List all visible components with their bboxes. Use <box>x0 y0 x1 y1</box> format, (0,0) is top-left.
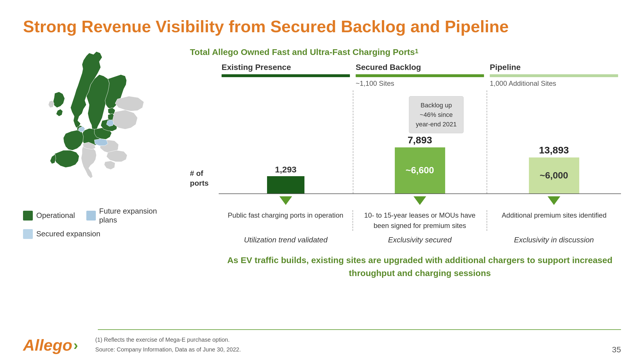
callout-box: Backlog up ~46% since year-end 2021 <box>409 96 464 133</box>
bar-col-3: 13,893 ~6,000 <box>487 90 621 193</box>
bars-row: 1,293 7,893 ~6,600 Backlog up ~46% since… <box>219 90 621 194</box>
desc-col-1: Public fast charging ports in operation <box>219 210 353 231</box>
header-col-1: Existing Presence <box>219 63 353 88</box>
desc-text-2: 10- to 15-year leases or MOUs have been … <box>364 211 476 229</box>
italic-col-3: Exclusivity in discussion <box>487 235 621 244</box>
italic-col-2: Exclusivity secured <box>353 235 487 244</box>
arrow-1-container <box>219 196 353 205</box>
bar2-rect: ~6,600 <box>395 147 445 193</box>
legend-item-operational: Operational <box>23 211 75 221</box>
chart-title-sup: 1 <box>415 47 418 54</box>
logo-arrow: › <box>73 337 78 353</box>
chart-title-container: Total Allego Owned Fast and Ultra-Fast C… <box>190 47 621 57</box>
arrows-row <box>219 196 621 205</box>
col1-bar <box>222 74 350 77</box>
desc-col-3: Additional premium sites identified <box>487 210 621 231</box>
col1-label: Existing Presence <box>222 63 350 72</box>
bar3-value: 13,893 <box>539 145 569 156</box>
legend-secured-label: Secured expansion <box>36 229 100 238</box>
page-title: Strong Revenue Visibility from Secured B… <box>23 17 621 36</box>
ports-label-line2: ports <box>190 179 209 187</box>
italic-text-3: Exclusivity in discussion <box>514 235 594 244</box>
europe-map <box>23 47 167 197</box>
desc-col-2: 10- to 15-year leases or MOUs have been … <box>353 210 487 231</box>
desc-text-1: Public fast charging ports in operation <box>228 211 344 219</box>
legend-item-secured: Secured expansion <box>23 229 100 239</box>
callout-text: Backlog up ~46% since year-end 2021 <box>416 102 457 128</box>
map-area: Operational Future expansion plans Secur… <box>23 47 173 239</box>
legend-future-label: Future expansion plans <box>99 207 173 225</box>
ports-axis-label: # of ports <box>190 169 209 188</box>
bar-col-2: 7,893 ~6,600 Backlog up ~46% since year-… <box>353 90 487 193</box>
arrow-down-3 <box>548 196 560 205</box>
chart-section-title: Total Allego Owned Fast and Ultra-Fast C… <box>190 47 415 57</box>
bar2-value: 7,893 <box>407 134 432 146</box>
col2-sub: ~1,100 Sites <box>356 79 484 88</box>
desc-row: Public fast charging ports in operation … <box>219 210 621 231</box>
bar3-text: ~6,000 <box>540 170 568 181</box>
legend-secured-box <box>23 229 33 239</box>
col3-sub: 1,000 Additional Sites <box>490 79 618 88</box>
col3-bar <box>490 74 618 77</box>
italic-text-1: Utilization trend validated <box>244 235 328 244</box>
arrow-down-1 <box>279 196 292 205</box>
bar3-rect: ~6,000 <box>529 157 579 193</box>
legend-operational-box <box>23 211 33 221</box>
col3-label: Pipeline <box>490 63 618 72</box>
desc-text-3: Additional premium sites identified <box>502 211 607 219</box>
column-headers: Existing Presence Secured Backlog ~1,100… <box>219 63 621 88</box>
page-number: 35 <box>612 345 621 354</box>
arrow-2-container <box>353 196 487 205</box>
arrow-3-container <box>487 196 621 205</box>
logo-text: Allego <box>23 336 72 354</box>
page: Strong Revenue Visibility from Secured B… <box>0 0 644 363</box>
map-legend: Operational Future expansion plans Secur… <box>23 207 173 239</box>
bar-chart-container: # of ports 1,293 7,893 <box>190 90 621 194</box>
footer-line <box>98 329 621 330</box>
legend-item-future: Future expansion plans <box>86 207 173 225</box>
right-section: Total Allego Owned Fast and Ultra-Fast C… <box>190 47 621 280</box>
header-col-2: Secured Backlog ~1,100 Sites <box>353 63 487 88</box>
legend-row-2: Secured expansion <box>23 229 173 239</box>
footer-note-2: Source: Company Information, Data as of … <box>95 345 612 354</box>
ports-label-line1: # of <box>190 169 203 178</box>
bar1-value: 1,293 <box>275 165 296 174</box>
footer-note-1: (1) Reflects the exercise of Mega-E purc… <box>95 335 612 345</box>
footer: Allego › (1) Reflects the exercise of Me… <box>23 335 621 354</box>
legend-row-1: Operational Future expansion plans <box>23 207 173 225</box>
italic-text-2: Exclusivity secured <box>388 235 451 244</box>
footer-notes: (1) Reflects the exercise of Mega-E purc… <box>95 335 612 354</box>
legend-operational-label: Operational <box>36 211 75 220</box>
legend-future-box <box>86 211 96 221</box>
bar1-rect <box>267 176 304 193</box>
header-col-3: Pipeline 1,000 Additional Sites <box>487 63 621 88</box>
arrow-down-2 <box>414 196 426 205</box>
content-area: Operational Future expansion plans Secur… <box>23 47 621 280</box>
allego-logo: Allego › <box>23 336 78 354</box>
highlight-text: As EV traffic builds, existing sites are… <box>219 254 621 280</box>
col2-bar <box>356 74 484 77</box>
italic-row: Utilization trend validated Exclusivity … <box>219 235 621 244</box>
bar2-text: ~6,600 <box>406 165 434 176</box>
bar-col-1: 1,293 <box>219 90 353 193</box>
col2-label: Secured Backlog <box>356 63 484 72</box>
italic-col-1: Utilization trend validated <box>219 235 353 244</box>
